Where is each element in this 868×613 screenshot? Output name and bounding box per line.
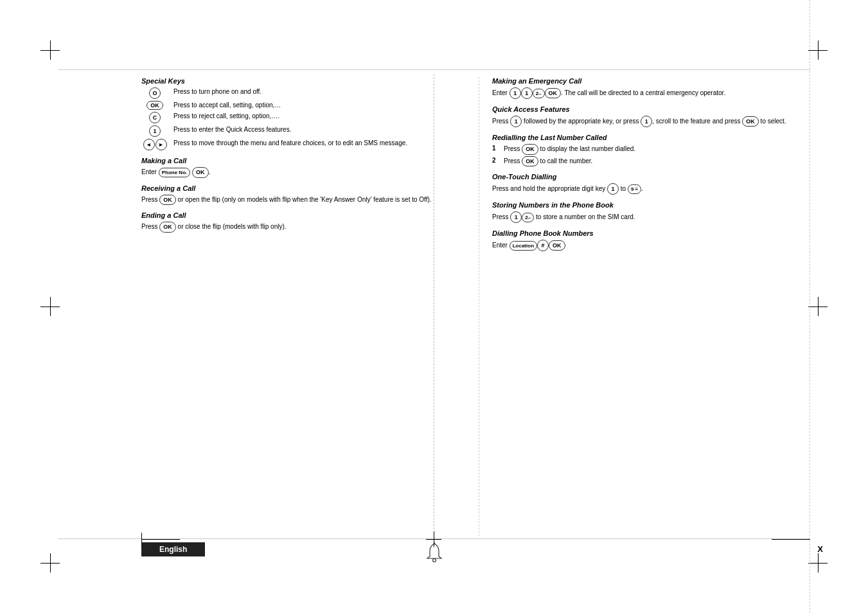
emergency-call-title: Making an Emergency Call — [492, 77, 817, 85]
key-ok-dpb: OK — [549, 240, 565, 251]
footer-english-label: English — [141, 542, 205, 556]
dialling-phonebook-title: Dialling Phone Book Numbers — [492, 229, 817, 237]
ending-call-title: Ending a Call — [141, 211, 466, 219]
special-keys-section: Special Keys O Press to turn phone on an… — [141, 77, 466, 150]
redialling-section: Redialling the Last Number Called 1 Pres… — [492, 134, 817, 166]
key-c-button: C — [149, 112, 161, 123]
right-column: Making an Emergency Call Enter 112–OK. T… — [479, 77, 817, 536]
key-1-ot: 1 — [607, 183, 619, 195]
key-1-desc: Press to enter the Quick Access features… — [173, 125, 466, 134]
redialling-step1: 1 Press OK to display the last number di… — [492, 144, 817, 155]
ok-key-making: OK — [192, 167, 209, 178]
footer-x-mark: X — [817, 544, 823, 554]
ending-call-body: Press OK or close the flip (models with … — [141, 222, 466, 233]
key-arrow-right: ▸ — [155, 139, 167, 150]
key-row-o: O Press to turn phone on and off. — [141, 87, 466, 99]
key-ok1-button: OK — [146, 101, 163, 110]
arrows-buttons: ◂ ▸ — [143, 139, 167, 150]
content-area: Special Keys O Press to turn phone on an… — [141, 77, 817, 536]
receiving-call-title: Receiving a Call — [141, 184, 466, 192]
receiving-call-body: Press OK or open the flip (only on model… — [141, 195, 466, 206]
step1-num: 1 — [492, 144, 500, 155]
key-arrow-left: ◂ — [143, 139, 155, 150]
making-call-section: Making a Call Enter Phone No. OK. — [141, 157, 466, 178]
receiving-call-section: Receiving a Call Press OK or open the fl… — [141, 184, 466, 206]
key-2dash: 2– — [533, 89, 545, 98]
left-column: Special Keys O Press to turn phone on an… — [141, 77, 479, 536]
ok-key-receiving: OK — [159, 195, 176, 206]
key-1b: 1 — [521, 87, 533, 99]
storing-numbers-body: Press 12– to store a number on the SIM c… — [492, 211, 817, 223]
storing-numbers-title: Storing Numbers in the Phone Book — [492, 201, 817, 209]
key-arrows-desc: Press to move through the menu and featu… — [173, 139, 466, 147]
step2-num: 2 — [492, 156, 500, 167]
key-c-desc: Press to reject call, setting, option,…. — [173, 112, 466, 120]
key-ok-emergency: OK — [545, 88, 562, 99]
making-call-body: Enter Phone No. OK. — [141, 167, 466, 178]
key-o-button: O — [149, 87, 161, 99]
key-row-1: 1 Press to enter the Quick Access featur… — [141, 125, 466, 137]
key-arrows-cell: ◂ ▸ — [141, 139, 173, 150]
redialling-step2: 2 Press OK to call the number. — [492, 156, 817, 167]
quick-access-title: Quick Access Features — [492, 105, 817, 113]
one-touch-title: One-Touch Dialling — [492, 173, 817, 181]
key-row-arrows: ◂ ▸ Press to move through the menu and f… — [141, 139, 466, 150]
key-row-ok1: OK Press to accept call, setting, option… — [141, 101, 466, 110]
key-2dash-sn: 2– — [522, 213, 534, 222]
one-touch-body: Press and hold the appropriate digit key… — [492, 183, 817, 195]
margin-line-top — [58, 69, 810, 70]
special-keys-title: Special Keys — [141, 77, 466, 85]
ending-call-section: Ending a Call Press OK or close the flip… — [141, 211, 466, 233]
step1-text: Press OK to display the last number dial… — [504, 144, 635, 155]
ok-key-ending: OK — [159, 222, 176, 233]
key-ok-qa: OK — [742, 116, 759, 127]
dialling-phonebook-body: Enter Location#OK — [492, 240, 817, 251]
key-1-sn: 1 — [510, 211, 522, 223]
key-location: Location — [509, 241, 537, 251]
key-c-cell: C — [141, 112, 173, 123]
key-o-cell: O — [141, 87, 173, 99]
english-badge: English — [141, 542, 205, 556]
dialling-phonebook-section: Dialling Phone Book Numbers Enter Locati… — [492, 229, 817, 251]
key-ok-red2: OK — [522, 156, 538, 167]
making-call-title: Making a Call — [141, 157, 466, 164]
emergency-call-body: Enter 112–OK. The call will be directed … — [492, 87, 817, 99]
one-touch-section: One-Touch Dialling Press and hold the ap… — [492, 173, 817, 195]
emergency-call-section: Making an Emergency Call Enter 112–OK. T… — [492, 77, 817, 99]
key-hash: # — [537, 240, 549, 251]
key-1-button: 1 — [149, 125, 161, 137]
key-row-c: C Press to reject call, setting, option,… — [141, 112, 466, 123]
key-9-ot: 9 ≡ — [628, 184, 641, 194]
key-ok1-desc: Press to accept call, setting, option,… — [173, 101, 466, 109]
key-1-cell: 1 — [141, 125, 173, 137]
key-1a: 1 — [509, 87, 521, 99]
storing-numbers-section: Storing Numbers in the Phone Book Press … — [492, 201, 817, 223]
key-o-desc: Press to turn phone on and off. — [173, 87, 466, 96]
svg-point-0 — [432, 559, 436, 562]
quick-access-section: Quick Access Features Press 1 followed b… — [492, 105, 817, 127]
key-1-qa: 1 — [510, 116, 522, 127]
step2-text: Press OK to call the number. — [504, 156, 592, 167]
key-1-qa2: 1 — [641, 116, 652, 127]
key-ok1-cell: OK — [141, 101, 173, 110]
phone-no-key: Phone No. — [159, 168, 191, 177]
key-ok-red1: OK — [522, 144, 538, 155]
redialling-title: Redialling the Last Number Called — [492, 134, 817, 141]
quick-access-body: Press 1 followed by the appropriate key,… — [492, 116, 817, 127]
